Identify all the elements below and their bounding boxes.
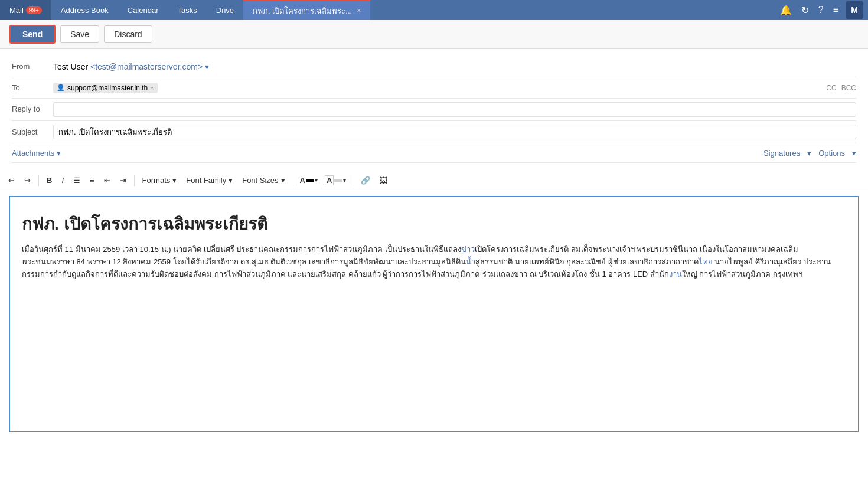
nav-tasks[interactable]: Tasks <box>168 0 207 20</box>
highlight-dropdown[interactable]: ▾ <box>343 177 346 184</box>
toolbar-separator-4 <box>353 175 353 186</box>
bold-button[interactable]: B <box>43 174 56 186</box>
mail-badge: 99+ <box>26 6 42 14</box>
toolbar-separator-3 <box>293 175 293 186</box>
calendar-label: Calendar <box>128 6 159 15</box>
active-tab-label: กฟภ. เปิดโครงการเฉลิมพระ... <box>253 5 352 17</box>
bullet-list-button[interactable]: ☰ <box>70 174 84 186</box>
nav-address-book[interactable]: Address Book <box>51 0 118 20</box>
address-book-label: Address Book <box>61 6 109 15</box>
font-sizes-dropdown[interactable]: Font Sizes ▾ <box>239 174 288 186</box>
text-color-swatch <box>306 179 314 182</box>
from-label: From <box>12 62 53 71</box>
text-color-dropdown[interactable]: ▾ <box>315 177 318 184</box>
save-button[interactable]: Save <box>60 25 99 43</box>
link-2[interactable]: น้ำ <box>466 257 475 266</box>
font-sizes-label: Font Sizes <box>242 176 278 185</box>
nav-active-tab[interactable]: กฟภ. เปิดโครงการเฉลิมพระ... × <box>243 0 370 20</box>
editor-content: เมื่อวันศุกร์ที่ 11 มีนาคม 2559 เวลา 10.… <box>22 244 846 280</box>
recipient-email: support@mailmaster.in.th <box>67 84 148 92</box>
from-email[interactable]: <test@mailmasterserver.com> <box>90 62 203 71</box>
attachments-section: Attachments ▾ <box>12 148 61 158</box>
undo-button[interactable]: ↩ <box>5 174 18 186</box>
right-options: Signatures ▾ Options ▾ <box>763 149 856 158</box>
nav-mail[interactable]: Mail 99+ <box>0 0 51 20</box>
attachments-button[interactable]: Attachments <box>12 149 54 158</box>
font-family-dropdown[interactable]: Font Family ▾ <box>182 174 236 186</box>
drive-label: Drive <box>216 6 234 15</box>
send-button[interactable]: Send <box>9 25 56 44</box>
editor-body[interactable]: กฟภ. เปิดโครงการเฉลิมพระเกียรติ เมื่อวัน… <box>9 196 859 432</box>
options-button[interactable]: Options <box>818 149 845 158</box>
highlight-swatch <box>334 179 342 182</box>
reply-to-content <box>53 102 856 117</box>
formats-label: Formats <box>142 176 171 185</box>
subject-input[interactable] <box>53 125 856 139</box>
cc-label[interactable]: CC <box>826 84 836 92</box>
redo-button[interactable]: ↪ <box>21 174 34 186</box>
link-3[interactable]: ไทย <box>699 257 713 266</box>
bcc-label[interactable]: BCC <box>841 84 856 92</box>
from-content: Test User <test@mailmasterserver.com> ▾ <box>53 62 856 71</box>
logo: M <box>846 1 863 19</box>
attachments-row: Attachments ▾ Signatures ▾ Options ▾ <box>12 143 856 163</box>
body-text-1: เมื่อวันศุกร์ที่ 11 มีนาคม 2559 เวลา 10.… <box>22 245 461 254</box>
reply-to-label-text: Reply to <box>12 104 40 113</box>
nav-calendar[interactable]: Calendar <box>118 0 168 20</box>
to-row: To 👤 support@mailmaster.in.th × CC BCC <box>12 77 856 99</box>
subject-content <box>53 125 856 139</box>
formats-dropdown[interactable]: Formats ▾ <box>139 174 181 186</box>
link-button[interactable]: 🔗 <box>357 174 374 186</box>
reply-to-input[interactable] <box>53 102 856 117</box>
menu-icon[interactable]: ≡ <box>831 2 841 18</box>
recipient-tag: 👤 support@mailmaster.in.th × <box>53 83 158 93</box>
refresh-icon[interactable]: ↻ <box>799 2 811 18</box>
font-sizes-dropdown-icon: ▾ <box>281 176 285 185</box>
subject-label: Subject <box>12 127 53 136</box>
text-color-button[interactable]: A ▾ <box>298 174 320 186</box>
from-dropdown-icon[interactable]: ▾ <box>205 62 209 71</box>
toolbar-separator-1 <box>38 175 39 186</box>
formats-dropdown-icon: ▾ <box>172 176 177 185</box>
subject-row: Subject <box>12 121 856 143</box>
font-family-label: Font Family <box>186 176 226 185</box>
compose-form: From Test User <test@mailmasterserver.co… <box>0 49 868 170</box>
recipient-person-icon: 👤 <box>57 84 65 91</box>
outdent-button[interactable]: ⇤ <box>100 174 114 186</box>
numbered-list-button[interactable]: ≡ <box>86 174 98 186</box>
to-input[interactable] <box>158 82 822 93</box>
action-toolbar: Send Save Discard <box>0 20 868 49</box>
from-name: Test User <box>53 62 88 71</box>
toolbar-separator-2 <box>134 175 135 186</box>
nav-drive[interactable]: Drive <box>207 0 243 20</box>
topbar-right: 🔔 ↻ ? ≡ M <box>773 1 868 19</box>
topbar-left: Mail 99+ Address Book Calendar Tasks Dri… <box>0 0 773 20</box>
link-4[interactable]: งาน <box>669 270 682 279</box>
compose-container: Send Save Discard From Test User <test@m… <box>0 20 868 491</box>
indent-button[interactable]: ⇥ <box>116 174 130 186</box>
mail-label: Mail <box>9 6 24 15</box>
signatures-dropdown-icon[interactable]: ▾ <box>807 149 811 158</box>
signatures-button[interactable]: Signatures <box>763 149 800 158</box>
discard-button[interactable]: Discard <box>104 25 152 43</box>
topbar: Mail 99+ Address Book Calendar Tasks Dri… <box>0 0 868 20</box>
body-text-3: สู่ธรรมชาติ นายแพทย์พินิจ กุลละวณิชย์ ผู… <box>475 257 699 266</box>
font-family-dropdown-icon: ▾ <box>229 176 233 185</box>
help-icon[interactable]: ? <box>816 2 826 18</box>
notification-icon[interactable]: 🔔 <box>778 2 794 18</box>
recipient-remove-icon[interactable]: × <box>150 84 154 91</box>
editor-title: กฟภ. เปิดโครงการเฉลิมพระเกียรติ <box>22 211 846 237</box>
highlight-label: A <box>325 175 334 185</box>
link-1[interactable]: ข่าว <box>461 245 475 254</box>
tab-close-icon[interactable]: × <box>357 6 361 15</box>
reply-to-label: Reply to <box>12 104 53 114</box>
highlight-button[interactable]: A ▾ <box>322 174 348 187</box>
attachments-dropdown-icon[interactable]: ▾ <box>57 149 61 158</box>
reply-to-row: Reply to <box>12 99 856 121</box>
image-button[interactable]: 🖼 <box>376 174 391 186</box>
to-content: 👤 support@mailmaster.in.th × CC BCC <box>53 82 856 93</box>
italic-button[interactable]: I <box>58 174 67 186</box>
editor-toolbar: ↩ ↪ B I ☰ ≡ ⇤ ⇥ Formats ▾ Font Family ▾ … <box>0 170 868 191</box>
text-color-label: A <box>300 176 305 185</box>
options-dropdown-icon[interactable]: ▾ <box>852 149 856 158</box>
